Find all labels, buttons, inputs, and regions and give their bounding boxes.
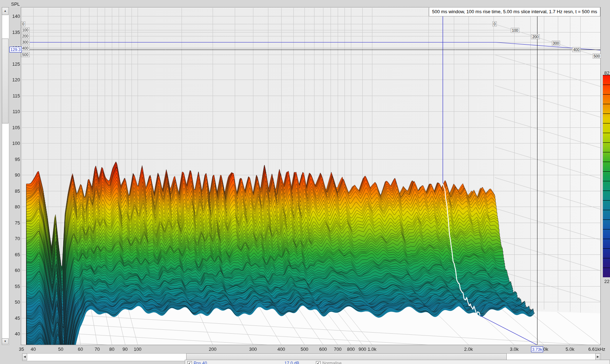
freq-tick-label: 35 <box>19 347 24 352</box>
freq-tick-label: 400 <box>277 347 285 352</box>
cursor-freq-readout: 3.73k <box>531 347 543 352</box>
freq-tick-label: 500 <box>301 347 308 352</box>
time-label-right: 0 <box>492 21 497 26</box>
freq-tick-label: 700 <box>334 347 342 352</box>
freq-tick-label: 900 <box>358 347 366 352</box>
freq-tick-label: 5.0k <box>566 347 575 352</box>
horizontal-scrollbar-thumb[interactable] <box>186 353 507 360</box>
time-label-right: 300 <box>552 41 560 46</box>
freq-tick-label: 60 <box>78 347 83 352</box>
trace-checkbox[interactable]: ✔ <box>187 361 192 364</box>
spl-colorbar <box>603 75 610 277</box>
freq-tick-label: 300 <box>249 347 257 352</box>
legend-strip: ✔ Pos 40 17.0 dB ✔ Normalise <box>185 360 610 364</box>
time-label-right: 200 <box>531 34 540 39</box>
freq-tick-label: 3.0k <box>510 347 519 352</box>
freq-tick-label: 80 <box>109 347 114 352</box>
time-label-left: 200 <box>21 34 30 39</box>
freq-tick-label: 50 <box>58 347 63 352</box>
time-label-left: 300 <box>21 40 30 45</box>
cursor-spl-readout: 129.3 <box>9 47 22 52</box>
freq-tick-label: 40 <box>31 347 36 352</box>
vertical-scrollbar-thumb[interactable] <box>2 39 9 123</box>
time-label-right: 400 <box>572 47 581 52</box>
time-label-right: 100 <box>511 28 519 33</box>
time-label-left: 400 <box>21 46 30 51</box>
scroll-down-button[interactable]: ▼ <box>2 338 9 344</box>
colorbar-min-label: 22 <box>604 279 609 284</box>
freq-tick-label: 1.0k <box>368 347 377 352</box>
time-label-left: 100 <box>21 27 30 32</box>
normalise-checkbox[interactable]: ✔ <box>316 361 321 364</box>
freq-tick-label: 90 <box>123 347 128 352</box>
freq-tick-label: 200 <box>209 347 217 352</box>
scroll-down-icon: ▼ <box>2 339 8 344</box>
time-label-left: 500 <box>21 52 30 57</box>
spl-axis-title: SPL <box>11 1 20 7</box>
spectrogram-window: SPL 500 ms window, 100 ms rise time, 5.0… <box>0 0 610 364</box>
freq-tick-label: 600 <box>319 347 327 352</box>
time-label-left: 0 <box>21 21 25 26</box>
freq-tick-label: 2.0k <box>464 347 473 352</box>
scroll-up-icon: ▲ <box>2 7 8 15</box>
waterfall-plot-canvas[interactable] <box>0 0 610 364</box>
trace-label: Pos 40 <box>194 361 207 364</box>
scroll-left-icon: ◀ <box>23 354 27 360</box>
measurement-info-box: 500 ms window, 100 ms rise time, 5.00 ms… <box>429 7 600 16</box>
scroll-right-icon: ▶ <box>596 354 600 360</box>
trace-level-value: 17.0 dB <box>284 361 299 364</box>
scroll-right-button[interactable]: ▶ <box>595 353 600 360</box>
scroll-up-button[interactable]: ▲ <box>2 7 9 15</box>
freq-tick-label: 100 <box>134 347 142 352</box>
colorbar-divisions <box>603 75 610 277</box>
freq-tick-label: 6.61kHz <box>588 347 605 352</box>
freq-tick-label: 800 <box>347 347 355 352</box>
freq-tick-label: 70 <box>95 347 100 352</box>
time-label-right: 500 <box>592 54 601 59</box>
scroll-left-button[interactable]: ◀ <box>22 353 27 360</box>
normalise-label: Normalise <box>322 361 342 364</box>
